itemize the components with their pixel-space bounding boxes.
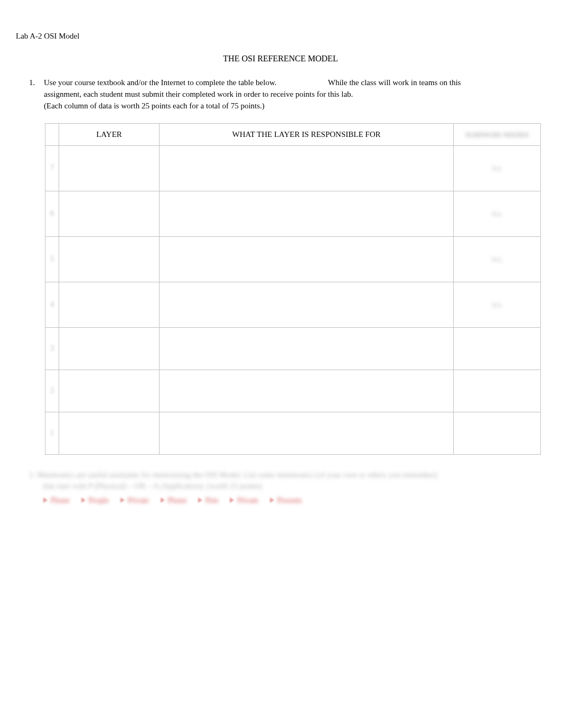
row-resp bbox=[160, 282, 454, 327]
q1-line3: (Each column of data is worth 25 points … bbox=[44, 100, 545, 111]
row-num: 1 bbox=[45, 412, 59, 454]
row-resp bbox=[160, 412, 454, 454]
row-num: 7 bbox=[45, 145, 59, 191]
mnemonic-word: Please bbox=[161, 496, 187, 506]
row-resp bbox=[160, 370, 454, 412]
osi-table-wrap: LAYER WHAT THE LAYER IS RESPONSIBLE FOR … bbox=[45, 123, 541, 455]
row-hw: NA bbox=[454, 145, 541, 191]
row-hw bbox=[454, 412, 541, 454]
table-row: 1 bbox=[45, 412, 541, 454]
mnemonic-word: People bbox=[81, 496, 109, 506]
osi-table: LAYER WHAT THE LAYER IS RESPONSIBLE FOR … bbox=[45, 123, 541, 455]
row-num: 2 bbox=[45, 370, 59, 412]
table-row: 4 NA bbox=[45, 282, 541, 327]
question-1: 1. Use your course textbook and/or the I… bbox=[29, 77, 545, 113]
q1-line2: assignment, each student must submit the… bbox=[44, 89, 545, 99]
mnemonic-word: Pete bbox=[198, 496, 218, 506]
row-layer bbox=[59, 327, 160, 370]
table-header-row: LAYER WHAT THE LAYER IS RESPONSIBLE FOR … bbox=[45, 123, 541, 145]
mnemonic-row: Please People Private Please Pete Privat… bbox=[43, 496, 545, 506]
th-resp: WHAT THE LAYER IS RESPONSIBLE FOR bbox=[160, 123, 454, 145]
th-num bbox=[45, 123, 59, 145]
q1-number: 1. bbox=[29, 77, 44, 113]
row-hw bbox=[454, 327, 541, 370]
row-num: 3 bbox=[45, 327, 59, 370]
table-row: 7 NA bbox=[45, 145, 541, 191]
row-resp bbox=[160, 236, 454, 282]
mnemonic-word: Presents bbox=[270, 496, 302, 506]
row-num: 5 bbox=[45, 236, 59, 282]
table-row: 6 NA bbox=[45, 191, 541, 236]
table-row: 3 bbox=[45, 327, 541, 370]
row-resp bbox=[160, 191, 454, 236]
row-layer bbox=[59, 236, 160, 282]
mnemonic-word: Private bbox=[230, 496, 258, 506]
table-row: 2 bbox=[45, 370, 541, 412]
row-layer bbox=[59, 282, 160, 327]
row-layer bbox=[59, 191, 160, 236]
q1-line1b: While the class will work in teams on th… bbox=[328, 78, 461, 87]
row-layer bbox=[59, 370, 160, 412]
th-layer: LAYER bbox=[59, 123, 160, 145]
th-hw: HARDWARE NEEDED bbox=[454, 123, 541, 145]
row-layer bbox=[59, 412, 160, 454]
row-hw: NA bbox=[454, 191, 541, 236]
row-resp bbox=[160, 327, 454, 370]
table-row: 5 NA bbox=[45, 236, 541, 282]
row-layer bbox=[59, 145, 160, 191]
lab-header: Lab A-2 OSI Model bbox=[16, 31, 545, 41]
row-num: 4 bbox=[45, 282, 59, 327]
mnemonic-word: Please bbox=[43, 496, 70, 506]
row-hw: NA bbox=[454, 236, 541, 282]
q1-line1a: Use your course textbook and/or the Inte… bbox=[44, 78, 277, 87]
question-2-blurred: 2. Mnemonics are useful assistants for m… bbox=[29, 469, 541, 492]
q1-body: Use your course textbook and/or the Inte… bbox=[44, 77, 545, 113]
row-hw: NA bbox=[454, 282, 541, 327]
row-resp bbox=[160, 145, 454, 191]
row-hw bbox=[454, 370, 541, 412]
row-num: 6 bbox=[45, 191, 59, 236]
page-title: THE OSI REFERENCE MODEL bbox=[16, 53, 545, 64]
mnemonic-word: Private bbox=[120, 496, 149, 506]
